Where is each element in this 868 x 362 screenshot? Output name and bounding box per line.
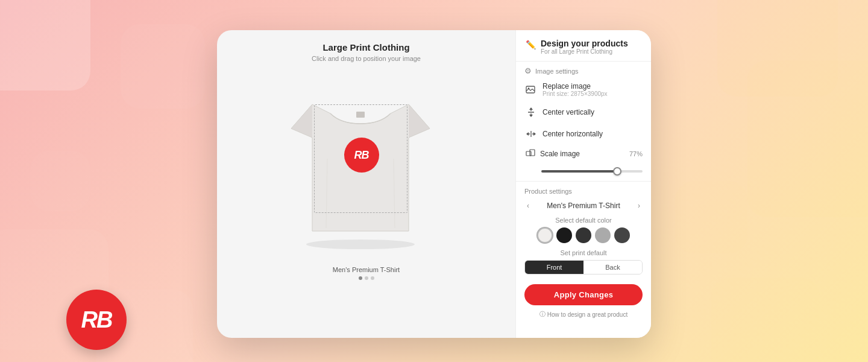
help-link[interactable]: ⓘ How to design a great product bbox=[516, 309, 651, 322]
print-default-section: Set print default Front Back bbox=[516, 248, 651, 279]
svg-point-0 bbox=[306, 240, 415, 249]
main-content: Large Print Clothing Click and drag to p… bbox=[0, 0, 868, 362]
center-vertically-label: Center vertically bbox=[542, 108, 594, 116]
color-section-label: Select default color bbox=[524, 217, 643, 224]
product-nav: ‹ Men's Premium T-Shirt › bbox=[516, 197, 651, 214]
dot-3[interactable] bbox=[371, 276, 374, 280]
front-button[interactable]: Front bbox=[525, 261, 583, 274]
product-settings-header: Product settings bbox=[516, 184, 651, 197]
print-toggle: Front Back bbox=[524, 260, 643, 275]
design-card: Large Print Clothing Click and drag to p… bbox=[217, 30, 651, 338]
scale-image-row: Scale image 77% bbox=[516, 145, 651, 163]
center-horizontally-item[interactable]: Center horizontally bbox=[516, 123, 651, 145]
preview-section: Large Print Clothing Click and drag to p… bbox=[217, 30, 515, 338]
preview-subtitle: Click and drag to position your image bbox=[312, 55, 421, 62]
right-panel: ✏️ Design your products For all Large Pr… bbox=[515, 30, 651, 338]
print-default-label: Set print default bbox=[524, 249, 643, 256]
scale-icon bbox=[524, 148, 536, 160]
panel-header: ✏️ Design your products For all Large Pr… bbox=[516, 30, 651, 62]
dot-2[interactable] bbox=[365, 276, 368, 280]
edit-icon: ✏️ bbox=[526, 40, 536, 49]
preview-footer: Men's Premium T-Shirt bbox=[333, 266, 400, 280]
scale-value: 77% bbox=[629, 150, 643, 157]
color-option-charcoal[interactable] bbox=[614, 227, 630, 243]
center-horizontally-icon bbox=[524, 127, 538, 141]
big-logo: RB bbox=[66, 290, 127, 350]
color-section: Select default color bbox=[516, 214, 651, 248]
center-vertically-icon bbox=[524, 106, 538, 119]
color-option-gray[interactable] bbox=[595, 227, 611, 243]
info-icon: ⓘ bbox=[539, 310, 546, 319]
svg-marker-8 bbox=[529, 107, 533, 110]
slider-container[interactable] bbox=[516, 163, 651, 179]
scale-slider[interactable] bbox=[541, 170, 643, 173]
apply-changes-button[interactable]: Apply Changes bbox=[524, 284, 643, 305]
scale-image-label: Scale image bbox=[540, 150, 626, 158]
panel-subtitle: For all Large Print Clothing bbox=[541, 48, 628, 55]
help-link-text[interactable]: ⓘ How to design a great product bbox=[516, 310, 651, 319]
big-logo-text: RB bbox=[81, 307, 112, 333]
replace-image-content: Replace image Print size: 2875×3900px bbox=[542, 82, 643, 97]
preview-product-name: Men's Premium T-Shirt bbox=[333, 266, 400, 273]
next-product-button[interactable]: › bbox=[633, 200, 645, 212]
image-settings-label: Image settings bbox=[535, 68, 579, 75]
help-text: How to design a great product bbox=[547, 311, 627, 318]
dots-container bbox=[359, 276, 374, 280]
gear-icon: ⚙ bbox=[524, 66, 532, 75]
replace-image-icon bbox=[524, 83, 538, 97]
divider-1 bbox=[516, 181, 651, 182]
replace-image-label: Replace image bbox=[542, 82, 643, 91]
panel-header-text: Design your products For all Large Print… bbox=[541, 39, 628, 55]
replace-image-sublabel: Print size: 2875×3900px bbox=[542, 91, 643, 97]
shirt-logo-text: RB bbox=[354, 149, 369, 162]
product-nav-name: Men's Premium T-Shirt bbox=[547, 202, 620, 210]
svg-rect-17 bbox=[530, 150, 535, 156]
panel-title: Design your products bbox=[541, 39, 628, 48]
center-horizontally-label: Center horizontally bbox=[542, 130, 603, 138]
svg-marker-14 bbox=[533, 132, 536, 136]
dot-1[interactable] bbox=[359, 276, 362, 280]
tshirt-container: RB bbox=[279, 68, 454, 261]
svg-point-5 bbox=[528, 87, 530, 89]
color-option-white[interactable] bbox=[537, 227, 553, 243]
preview-title: Large Print Clothing bbox=[322, 42, 409, 52]
center-vertically-item[interactable]: Center vertically bbox=[516, 101, 651, 123]
prev-product-button[interactable]: ‹ bbox=[522, 200, 534, 212]
svg-rect-16 bbox=[526, 151, 531, 156]
replace-image-item[interactable]: Replace image Print size: 2875×3900px bbox=[516, 78, 651, 101]
svg-marker-13 bbox=[526, 132, 529, 136]
product-settings-label: Product settings bbox=[524, 188, 572, 195]
color-options bbox=[524, 227, 643, 243]
back-button[interactable]: Back bbox=[583, 261, 642, 274]
svg-marker-9 bbox=[529, 115, 533, 117]
color-option-dark[interactable] bbox=[576, 227, 591, 243]
image-settings-header: ⚙ Image settings bbox=[516, 62, 651, 78]
apply-btn-container: Apply Changes bbox=[516, 279, 651, 309]
shirt-logo: RB bbox=[344, 138, 379, 173]
color-option-black[interactable] bbox=[556, 227, 572, 243]
